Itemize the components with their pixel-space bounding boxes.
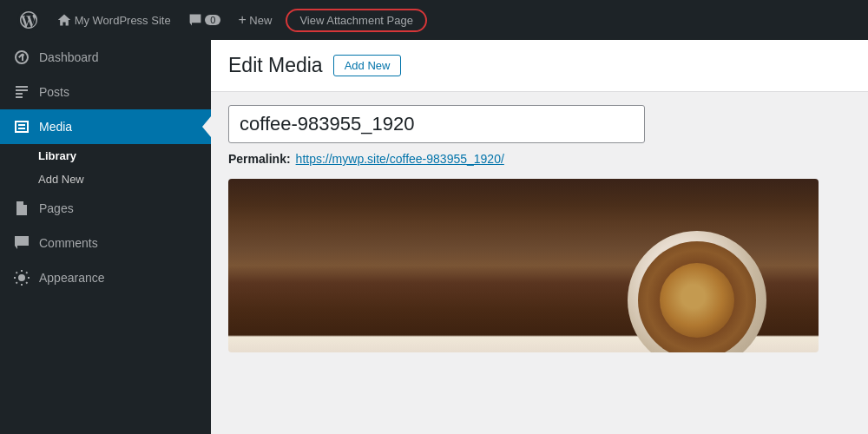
adminbar-comments[interactable]: 0 — [180, 0, 230, 40]
adminbar-new-label: New — [249, 14, 272, 27]
page-header: Edit Media Add New — [211, 40, 868, 92]
coffee-surface — [638, 241, 756, 352]
permalink-label: Permalink: — [228, 152, 291, 166]
comments-icon — [13, 234, 30, 252]
plus-icon: + — [238, 12, 246, 28]
image-preview — [228, 179, 819, 352]
posts-icon — [13, 83, 30, 101]
pages-icon — [13, 200, 30, 217]
add-new-sub-label: Add New — [38, 173, 84, 186]
wordpress-logo-icon — [17, 9, 40, 31]
permalink-row: Permalink: https://mywp.site/coffee-9839… — [228, 152, 851, 166]
sidebar-submenu-library[interactable]: Library — [0, 144, 211, 168]
admin-bar: My WordPress Site 0 + New View Attachmen… — [0, 0, 868, 40]
appearance-label: Appearance — [39, 271, 105, 285]
sidebar-item-appearance[interactable]: Appearance — [0, 260, 211, 295]
comments-count: 0 — [205, 15, 220, 25]
dashboard-label: Dashboard — [39, 50, 99, 64]
media-label: Media — [39, 120, 72, 134]
main-content: Edit Media Add New Permalink: https://my… — [211, 40, 868, 434]
pages-label: Pages — [39, 201, 74, 215]
comments-label: Comments — [39, 236, 98, 250]
main-layout: Dashboard Posts Media Library Add New Pa — [0, 40, 868, 434]
sidebar-submenu-add-new[interactable]: Add New — [0, 168, 211, 191]
add-new-button[interactable]: Add New — [333, 55, 402, 76]
sidebar-item-posts[interactable]: Posts — [0, 75, 211, 109]
filename-input[interactable] — [228, 105, 645, 143]
sidebar-item-pages[interactable]: Pages — [0, 191, 211, 226]
library-label: Library — [38, 149, 76, 162]
coffee-cup-shape — [628, 231, 766, 352]
sidebar: Dashboard Posts Media Library Add New Pa — [0, 40, 211, 434]
content-area: Permalink: https://mywp.site/coffee-9839… — [211, 92, 868, 365]
view-attachment-page-button[interactable]: View Attachment Page — [286, 9, 427, 32]
sidebar-item-media[interactable]: Media — [0, 109, 211, 144]
adminbar-new[interactable]: + New — [229, 0, 280, 40]
media-icon — [13, 118, 30, 135]
dashboard-icon — [13, 49, 30, 66]
coffee-foam — [660, 263, 734, 338]
svg-point-0 — [18, 274, 25, 281]
posts-label: Posts — [39, 85, 69, 99]
sidebar-item-dashboard[interactable]: Dashboard — [0, 40, 211, 75]
adminbar-home[interactable]: My WordPress Site — [49, 0, 180, 40]
appearance-icon — [13, 269, 30, 286]
adminbar-wp-logo[interactable] — [9, 0, 49, 40]
adminbar-site-name: My WordPress Site — [75, 14, 171, 27]
sidebar-item-comments[interactable]: Comments — [0, 226, 211, 260]
page-title: Edit Media — [228, 54, 323, 77]
permalink-link[interactable]: https://mywp.site/coffee-983955_1920/ — [296, 152, 504, 166]
active-arrow — [202, 116, 211, 137]
